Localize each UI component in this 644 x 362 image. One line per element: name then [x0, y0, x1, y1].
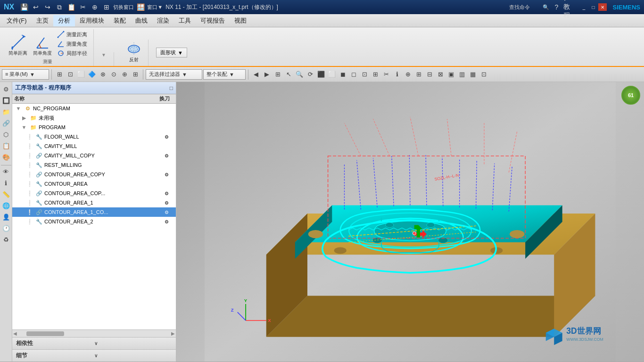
- undo-icon[interactable]: ↩: [31, 2, 41, 12]
- t2-icon-7[interactable]: ⊕: [119, 69, 130, 80]
- sidebar-clock-icon[interactable]: 🕐: [1, 223, 11, 233]
- t2-box-zoom[interactable]: ⬛: [316, 69, 326, 80]
- sidebar-measure-icon[interactable]: 📏: [1, 189, 11, 199]
- t2-layout1[interactable]: ▣: [446, 69, 456, 80]
- t2-info[interactable]: ℹ: [392, 69, 402, 80]
- sidebar-color-icon[interactable]: 🎨: [1, 152, 11, 162]
- t2-view-left[interactable]: ◀: [251, 69, 261, 80]
- menu-apps[interactable]: 应用模块: [75, 15, 109, 26]
- t2-icon-8[interactable]: ⊞: [130, 69, 140, 80]
- t2-more1[interactable]: ⊞: [413, 69, 424, 80]
- scroll-left-arrow[interactable]: ◀: [13, 331, 17, 336]
- paste-icon[interactable]: 📋: [66, 2, 76, 12]
- tree-item-floor-wall[interactable]: ❕ 🔧 FLOOR_WALL ⚙: [12, 132, 176, 141]
- sidebar-roles-icon[interactable]: 👤: [1, 212, 11, 222]
- ribbon-shape-dropdown[interactable]: 面形状 ▼: [156, 48, 187, 66]
- tutorial-icon[interactable]: ▶教程: [563, 2, 574, 12]
- sidebar-info-icon[interactable]: ℹ: [1, 178, 11, 188]
- menu-tools[interactable]: 工具: [174, 15, 196, 26]
- t2-icon-3[interactable]: ⬜: [76, 69, 86, 80]
- tree-item-cavity-mill[interactable]: ❕ 🔧 CAVITY_MILL: [12, 141, 176, 151]
- window-label[interactable]: 窗口▼: [147, 4, 163, 11]
- nav-scrollbar[interactable]: ◀ ▶: [12, 329, 176, 337]
- maximize-button[interactable]: □: [589, 3, 597, 11]
- measure-distance-item[interactable]: 测量距离: [56, 30, 89, 39]
- menu-curve[interactable]: 曲线: [131, 15, 152, 26]
- search-box[interactable]: 查找命令 🔍: [509, 4, 550, 11]
- t2-icon-1[interactable]: ⊞: [54, 69, 65, 80]
- menu-file[interactable]: 文件(F): [2, 15, 32, 26]
- t2-view-right[interactable]: ▶: [262, 69, 272, 80]
- tree-item-contour-area[interactable]: ❕ 🔧 CONTOUR_AREA: [12, 179, 176, 189]
- sidebar-web-icon[interactable]: 🌐: [1, 200, 11, 211]
- tree-item-contour-area-copy[interactable]: ❕ 🔗 CONTOUR_AREA_COPY ⚙: [12, 170, 176, 179]
- tree-item-unused[interactable]: ▶ 📁 未用项: [12, 113, 176, 123]
- t2-shade[interactable]: ◼: [338, 69, 348, 80]
- assembly-dropdown[interactable]: 整个装配 ▼: [203, 69, 246, 80]
- t2-select-all[interactable]: ⊞: [272, 69, 283, 80]
- menu-home[interactable]: 主页: [32, 15, 53, 26]
- filter-dropdown[interactable]: 无选择过滤器 ▼: [146, 69, 202, 80]
- tree-item-nc-program[interactable]: ▼ ⚙ NC_PROGRAM: [12, 104, 176, 113]
- cut-icon[interactable]: ✂: [78, 2, 88, 12]
- sidebar-feature-icon[interactable]: ⬡: [1, 129, 11, 140]
- close-button[interactable]: ✕: [598, 3, 607, 11]
- measure-angle-item[interactable]: 测量角度: [56, 40, 89, 48]
- tree-item-contour-area-1[interactable]: ❕ 🔧 CONTOUR_AREA_1 ⚙: [12, 198, 176, 207]
- t2-icon-6[interactable]: ⊙: [108, 69, 119, 80]
- t2-icon-4[interactable]: 🔷: [87, 69, 97, 80]
- t2-zoom[interactable]: 🔍: [294, 69, 305, 80]
- t2-more3[interactable]: ⊠: [435, 69, 446, 80]
- tree-item-contour-area-1-co[interactable]: ❕ 🔗 CONTOUR_AREA_1_CO... ⚙: [12, 207, 176, 217]
- t2-layout2[interactable]: ▥: [457, 69, 467, 80]
- save-icon[interactable]: 💾: [19, 2, 29, 12]
- snap-icon[interactable]: ⊕: [90, 2, 100, 12]
- reflect-tool[interactable]: 反射: [124, 41, 143, 64]
- redo-icon[interactable]: ↪: [42, 2, 53, 12]
- nav-section-dependency-header[interactable]: 相依性 ∨: [12, 337, 176, 349]
- t2-icon-5[interactable]: ⊗: [98, 69, 108, 80]
- minimize-button[interactable]: _: [579, 3, 588, 11]
- tree-item-contour-area-cop2[interactable]: ❕ 🔗 CONTOUR_AREA_COP... ⚙: [12, 189, 176, 198]
- t2-icon-2[interactable]: ⊡: [65, 69, 75, 80]
- t2-wire[interactable]: ◻: [348, 69, 359, 80]
- menu-render[interactable]: 渲染: [152, 15, 174, 26]
- menu-view[interactable]: 视图: [230, 15, 251, 26]
- sidebar-assembly-icon[interactable]: 🔲: [1, 95, 11, 106]
- sidebar-nav-icon[interactable]: 📁: [1, 107, 11, 117]
- tree-item-rest-milling[interactable]: ❕ 🔧 REST_MILLING: [12, 160, 176, 170]
- nav-close-button[interactable]: □: [170, 85, 173, 91]
- sidebar-settings-icon[interactable]: ⚙: [1, 84, 11, 94]
- scroll-thumb[interactable]: [26, 331, 64, 336]
- tree-item-cavity-mill-copy[interactable]: ❕ 🔗 CAVITY_MILL_COPY ⚙: [12, 151, 176, 160]
- t2-cursor[interactable]: ↖: [283, 69, 294, 80]
- switch-window-label[interactable]: 切换窗口: [113, 4, 134, 11]
- sidebar-constraint-icon[interactable]: 🔗: [1, 118, 11, 128]
- shape-dropdown-btn[interactable]: 面形状 ▼: [156, 48, 187, 58]
- sidebar-reuse-icon[interactable]: ♻: [1, 234, 11, 245]
- scroll-right-arrow[interactable]: ▶: [171, 331, 175, 336]
- simple-angle-tool[interactable]: 简单角度: [31, 34, 54, 58]
- tree-item-contour-area-2[interactable]: ❕ 🔧 CONTOUR_AREA_2 ⚙: [12, 217, 176, 226]
- t2-section[interactable]: ⊞: [370, 69, 380, 80]
- nav-section-detail-header[interactable]: 细节 ∨: [12, 350, 176, 362]
- t2-layout3[interactable]: ▦: [468, 69, 478, 80]
- sidebar-layer-icon[interactable]: 📋: [1, 140, 11, 151]
- t2-expand[interactable]: ⊡: [479, 69, 489, 80]
- t2-edge[interactable]: ⊡: [359, 69, 370, 80]
- copy-icon[interactable]: ⧉: [54, 2, 65, 12]
- menu-analysis[interactable]: 分析: [53, 15, 75, 26]
- t2-snap[interactable]: ⊕: [403, 69, 413, 80]
- viewport[interactable]: SOZL-H--L-N X Y Z 3D世界网 WW: [176, 82, 644, 362]
- simple-distance-tool[interactable]: 简单距离: [7, 34, 29, 58]
- help-icon[interactable]: ?: [551, 2, 561, 12]
- menu-assembly[interactable]: 装配: [109, 15, 131, 26]
- local-radius-item[interactable]: 局部半径: [56, 49, 89, 58]
- tree-item-program[interactable]: ▼ 📁 PROGRAM: [12, 123, 176, 132]
- sidebar-view-icon[interactable]: 👁: [1, 166, 11, 177]
- menu-visual-report[interactable]: 可视报告: [196, 15, 230, 26]
- switch-window-icon[interactable]: ⊞: [101, 2, 112, 12]
- window-icon[interactable]: 🪟: [135, 2, 146, 12]
- t2-rotate[interactable]: ⟳: [305, 69, 315, 80]
- t2-more2[interactable]: ⊟: [424, 69, 435, 80]
